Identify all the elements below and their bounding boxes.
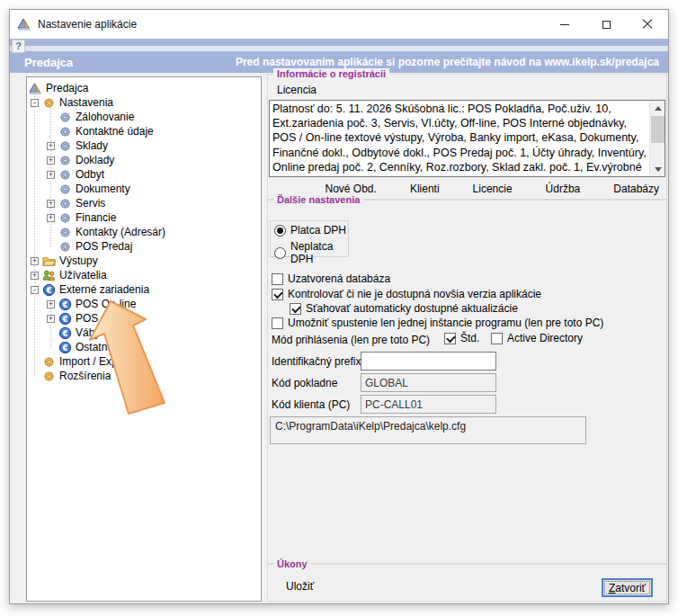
tree-expander[interactable] [47, 228, 55, 237]
tree-item-externe-zariadenia[interactable]: - Externé zariadenia [27, 282, 261, 297]
tree-item-dokumenty[interactable]: Dokumenty [27, 182, 261, 196]
login-active-directory-checkbox[interactable]: Active Directory [491, 332, 583, 344]
tree-item-icon [58, 341, 72, 354]
tree-expander[interactable] [47, 113, 55, 121]
client-code-label: Kód klienta (PC) [272, 398, 350, 411]
tree-item-icon [42, 283, 56, 297]
tree-item-icon [42, 96, 56, 110]
tree-item-pos-predaj[interactable]: POS Predaj [27, 239, 261, 254]
header-strip [10, 39, 668, 46]
checkbox-icon[interactable] [491, 333, 503, 344]
scrollbar-thumb[interactable] [651, 116, 665, 143]
tree-item-icon [58, 226, 72, 239]
save-action[interactable]: Uložiť [286, 580, 314, 593]
tree-item-uzivatelia[interactable]: + Užívatelia [27, 268, 261, 282]
tree-item-sklady[interactable]: + Sklady [27, 138, 261, 153]
checkbox-icon[interactable] [272, 317, 283, 329]
registration-section-title: Informácie o registrácii [273, 68, 389, 79]
tree-item-icon [42, 370, 56, 383]
maintenance-action[interactable]: Údržba [546, 183, 581, 195]
close-button[interactable] [627, 10, 668, 39]
single-instance-checkbox[interactable]: Umožniť spustenie len jednej inštancie p… [272, 317, 603, 329]
tree-expander[interactable]: + [47, 300, 55, 308]
tree-item-zalohovanie[interactable]: Zálohovanie [27, 110, 261, 124]
tree-expander[interactable] [47, 185, 55, 193]
header-app-name: Predajca [24, 56, 73, 69]
tree-item-kontaktne-udaje[interactable]: Kontaktné údaje [27, 124, 261, 138]
tree-item-icon [42, 355, 56, 369]
tree-item-icon [42, 254, 56, 268]
tree-item-predajca[interactable]: Predajca [27, 81, 261, 95]
tree-item-icon [58, 168, 72, 182]
tree-expander[interactable]: - [31, 99, 39, 107]
vat-payer-option[interactable]: Platca DPH [274, 224, 346, 237]
scroll-down-icon[interactable] [650, 162, 665, 176]
tree-item-servis[interactable]: + Servis [27, 196, 261, 210]
license-scrollbar[interactable] [649, 101, 665, 176]
radio-icon[interactable] [274, 225, 286, 237]
license-text: Platnosť do: 5. 11. 2026 Skúšobná lic.: … [270, 101, 649, 176]
tree-item-financie[interactable]: + Financie [27, 210, 261, 225]
tree-expander[interactable]: + [47, 315, 55, 323]
tree-item-icon [58, 111, 72, 124]
checkbox-icon[interactable] [290, 303, 301, 315]
vat-nonpayer-option[interactable]: Neplatca DPH [274, 240, 348, 265]
config-path-box: C:\ProgramData\iKelp\Predajca\kelp.cfg [270, 416, 586, 444]
client-code-input [361, 395, 496, 414]
tree-expander[interactable]: - [31, 286, 39, 294]
radio-icon[interactable] [274, 247, 286, 259]
tree-expander[interactable] [47, 329, 55, 337]
help-button[interactable]: ? [12, 40, 25, 53]
tree-expander[interactable]: + [47, 156, 55, 165]
tree-expander[interactable]: + [31, 272, 39, 280]
tree-expander[interactable]: + [31, 257, 39, 265]
tree-expander[interactable]: + [47, 171, 55, 179]
tree-item-doklady[interactable]: + Doklady [27, 153, 261, 167]
tree-expander[interactable] [47, 243, 55, 251]
tree-expander[interactable]: + [47, 200, 55, 208]
scroll-up-icon[interactable] [650, 101, 665, 115]
vat-radio-group: Platca DPH Neplatca DPH [270, 220, 349, 257]
minimize-button[interactable] [544, 10, 585, 39]
actions-section: Úkony Uložiť Zatvoriť [267, 564, 667, 602]
checkbox-icon[interactable] [272, 289, 283, 300]
clients-action[interactable]: Klienti [410, 183, 440, 195]
checkbox-icon[interactable] [444, 333, 456, 344]
identification-prefix-label: Identifikačný prefix [272, 355, 361, 368]
window-title: Nastavenie aplikácie [38, 18, 137, 31]
login-mode-label: Mód prihlásenia (len pre toto PC) [272, 334, 430, 346]
tree-item-nastavenia[interactable]: - Nastavenia [27, 95, 261, 110]
tree-item-icon [58, 312, 72, 326]
login-std-checkbox[interactable]: Štd. [444, 332, 479, 344]
maximize-icon [602, 21, 611, 29]
tree-item-icon [58, 211, 72, 225]
tree-item-kontakty-adresar[interactable]: Kontakty (Adresár) [27, 225, 261, 239]
minimize-icon [560, 24, 569, 25]
close-dialog-button[interactable]: Zatvoriť [602, 578, 653, 597]
identification-prefix-input[interactable] [361, 352, 496, 370]
license-label: Licencia [277, 84, 317, 96]
tree-item-icon [58, 154, 72, 167]
tree-expander[interactable]: + [47, 214, 55, 222]
tree-item-vystupy[interactable]: + Výstupy [27, 254, 261, 268]
registration-section: Informácie o registrácii Licencia Platno… [267, 74, 667, 200]
checkbox-icon[interactable] [272, 273, 283, 285]
tree-item-icon [58, 125, 72, 138]
new-period-action[interactable]: Nové Obd. [326, 183, 377, 195]
register-code-input [361, 373, 496, 392]
auto-download-updates-checkbox[interactable]: Sťahovať automaticky dostupné aktualizác… [290, 302, 518, 315]
tree-expander[interactable] [47, 128, 55, 136]
licenses-action[interactable]: Licencie [473, 183, 513, 195]
tree-expander[interactable] [31, 358, 39, 366]
closed-database-checkbox[interactable]: Uzatvorená databáza [272, 272, 390, 285]
databases-action[interactable]: Databázy [613, 183, 659, 195]
tree-expander[interactable] [47, 344, 55, 352]
tree-expander[interactable]: + [47, 142, 55, 150]
register-code-label: Kód pokladne [272, 377, 337, 389]
header-notice: Pred nastavovaním aplikácie si pozorne p… [236, 56, 659, 68]
check-new-version-checkbox[interactable]: Kontrolovať či nie je dostupná novšia ve… [272, 288, 541, 300]
maximize-button[interactable] [585, 10, 627, 39]
tree-item-odbyt[interactable]: + Odbyt [27, 167, 261, 182]
tree-expander[interactable] [31, 372, 39, 380]
further-settings-title: Ďalšie nastavenia [273, 194, 363, 205]
